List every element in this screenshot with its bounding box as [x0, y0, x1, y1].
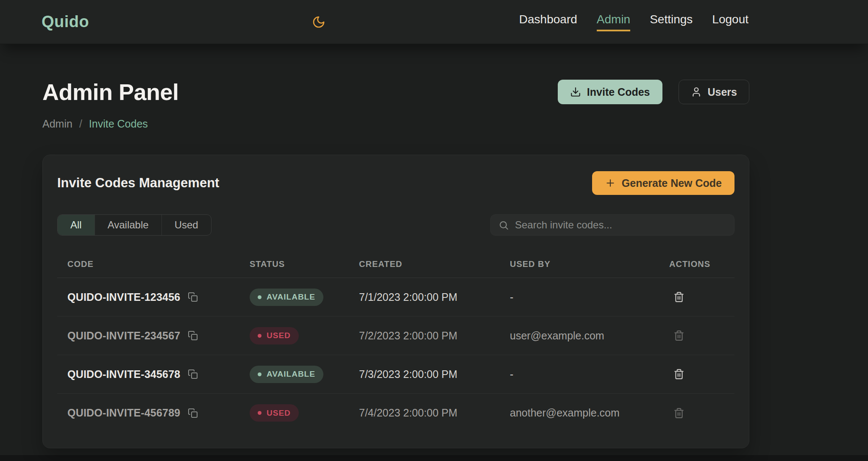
actions-cell [669, 367, 734, 381]
status-cell: AVAILABLE [250, 366, 359, 383]
search-box [490, 214, 734, 236]
trash-icon [673, 330, 684, 341]
table-row: QUIDO-INVITE-345678 AVAILABLE 7/3/2023 2… [57, 355, 734, 394]
created-cell: 7/1/2023 2:00:00 PM [359, 291, 510, 303]
column-header-actions: ACTIONS [669, 259, 734, 269]
trash-icon [673, 369, 684, 380]
created-cell: 7/4/2023 2:00:00 PM [359, 407, 510, 419]
code-cell: QUIDO-INVITE-345678 [67, 368, 250, 380]
plus-icon [605, 178, 616, 189]
search-icon [498, 220, 509, 230]
created-cell: 7/3/2023 2:00:00 PM [359, 368, 510, 380]
copy-code-button[interactable] [187, 407, 199, 419]
filter-all-button[interactable]: All [58, 215, 95, 235]
breadcrumb-separator: / [79, 118, 82, 130]
viewport-bottom-edge [0, 455, 868, 461]
table-header-row: CODE STATUS CREATED USED BY ACTIONS [57, 251, 734, 278]
status-badge: AVAILABLE [250, 366, 323, 383]
navbar-inner: Quido Dashboard Admin Settings Logout [42, 0, 748, 44]
trash-icon [673, 408, 684, 419]
delete-code-button[interactable] [672, 290, 686, 304]
status-label: USED [267, 408, 291, 418]
code-cell: QUIDO-INVITE-123456 [67, 291, 250, 303]
table-row: QUIDO-INVITE-123456 AVAILABLE 7/1/2023 2… [57, 278, 734, 317]
nav-link-dashboard[interactable]: Dashboard [519, 13, 577, 31]
table-row: QUIDO-INVITE-456789 USED 7/4/2023 2:00:0… [57, 394, 734, 432]
column-header-code: CODE [67, 259, 250, 269]
column-header-created: CREATED [359, 259, 510, 269]
page-header: Admin Panel Invite Codes Users [42, 79, 749, 105]
code-cell: QUIDO-INVITE-234567 [67, 330, 250, 342]
main-content: Admin Panel Invite Codes Users Admin / I… [42, 44, 749, 448]
delete-code-button[interactable] [672, 367, 686, 381]
invite-codes-table: CODE STATUS CREATED USED BY ACTIONS QUID… [57, 251, 734, 432]
invite-code-value: QUIDO-INVITE-123456 [67, 291, 180, 303]
nav-links: Dashboard Admin Settings Logout [519, 13, 748, 31]
invite-code-value: QUIDO-INVITE-456789 [67, 407, 180, 419]
status-filter-group: All Available Used [57, 214, 211, 236]
status-cell: USED [250, 404, 359, 422]
download-icon [570, 86, 581, 97]
delete-code-button-disabled [672, 328, 686, 343]
breadcrumb-current: Invite Codes [89, 118, 148, 130]
status-cell: AVAILABLE [250, 289, 359, 306]
status-badge: AVAILABLE [250, 289, 323, 306]
used-by-cell: user@example.com [510, 330, 669, 342]
card-toolbar: All Available Used [57, 214, 734, 236]
invite-codes-view-button[interactable]: Invite Codes [558, 80, 662, 104]
page-title: Admin Panel [42, 79, 179, 105]
code-cell: QUIDO-INVITE-456789 [67, 407, 250, 419]
breadcrumb: Admin / Invite Codes [42, 118, 749, 130]
search-input[interactable] [515, 219, 726, 231]
nav-link-settings[interactable]: Settings [650, 13, 693, 31]
card-title: Invite Codes Management [57, 175, 219, 191]
table-row: QUIDO-INVITE-234567 USED 7/2/2023 2:00:0… [57, 317, 734, 355]
status-label: AVAILABLE [267, 369, 315, 379]
status-label: USED [267, 331, 291, 340]
invite-codes-card: Invite Codes Management Generate New Cod… [42, 155, 749, 448]
used-by-cell: - [510, 291, 669, 303]
actions-cell [669, 328, 734, 343]
user-icon [691, 86, 702, 97]
status-badge: USED [250, 327, 299, 344]
status-cell: USED [250, 327, 359, 344]
column-header-used-by: USED BY [510, 259, 669, 269]
delete-code-button-disabled [672, 406, 686, 420]
trash-icon [673, 292, 684, 303]
invite-code-value: QUIDO-INVITE-345678 [67, 368, 180, 380]
actions-cell [669, 290, 734, 304]
nav-link-logout[interactable]: Logout [712, 13, 748, 31]
created-cell: 7/2/2023 2:00:00 PM [359, 330, 510, 342]
status-dot [258, 295, 262, 299]
copy-code-button[interactable] [187, 291, 199, 303]
card-header: Invite Codes Management Generate New Cod… [57, 171, 734, 195]
status-label: AVAILABLE [267, 292, 315, 302]
theme-toggle-button[interactable] [309, 13, 328, 31]
breadcrumb-admin-link[interactable]: Admin [42, 118, 72, 130]
moon-icon [312, 15, 326, 29]
brand-logo[interactable]: Quido [42, 13, 89, 31]
filter-used-button[interactable]: Used [162, 215, 211, 235]
status-dot [258, 372, 262, 376]
used-by-cell: - [510, 368, 669, 380]
users-view-label: Users [708, 86, 737, 98]
copy-code-button[interactable] [187, 368, 199, 380]
used-by-cell: another@example.com [510, 407, 669, 419]
status-badge: USED [250, 404, 299, 422]
status-dot [258, 411, 262, 415]
generate-new-code-label: Generate New Code [622, 177, 722, 189]
generate-new-code-button[interactable]: Generate New Code [592, 171, 734, 195]
invite-code-value: QUIDO-INVITE-234567 [67, 330, 180, 342]
top-navbar: Quido Dashboard Admin Settings Logout [0, 0, 868, 44]
filter-available-button[interactable]: Available [95, 215, 162, 235]
invite-codes-view-label: Invite Codes [587, 86, 650, 98]
actions-cell [669, 406, 734, 420]
copy-code-button[interactable] [187, 330, 199, 342]
column-header-status: STATUS [250, 259, 359, 269]
nav-link-admin[interactable]: Admin [597, 13, 630, 31]
users-view-button[interactable]: Users [679, 80, 750, 104]
status-dot [258, 334, 262, 338]
view-switch-buttons: Invite Codes Users [558, 80, 749, 104]
